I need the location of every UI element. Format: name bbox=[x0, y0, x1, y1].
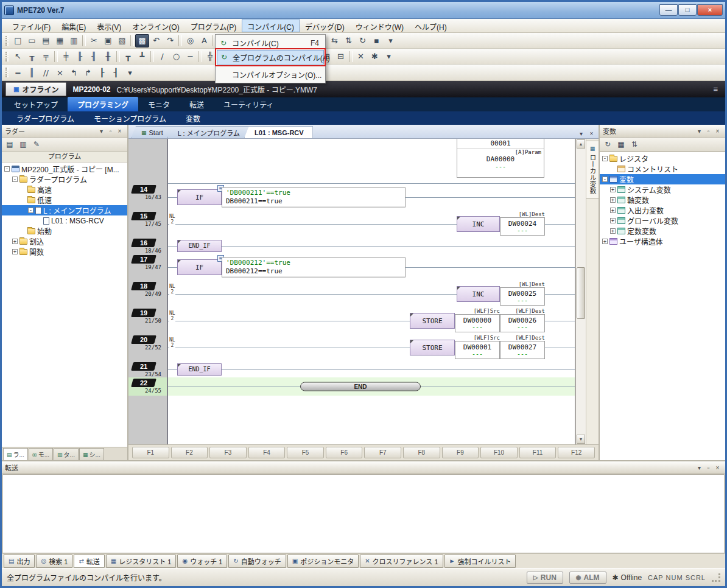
pin-icon[interactable]: ▫ bbox=[704, 128, 713, 135]
expander-icon[interactable]: + bbox=[12, 249, 18, 254]
operand-box[interactable]: DW00025 --- bbox=[500, 287, 545, 306]
menu-item-compile-options[interactable]: コンパイルオプション(O)... bbox=[217, 68, 324, 82]
ladder-rung-21[interactable]: 21 23/54 END_IF bbox=[128, 361, 575, 377]
open-project-button[interactable]: ▤ bbox=[39, 34, 53, 47]
overwrite-mode-button[interactable]: ╤ bbox=[39, 50, 53, 63]
cut-button[interactable]: ✂ bbox=[87, 34, 101, 47]
transfer-read-button[interactable]: ⇆ bbox=[328, 34, 342, 47]
panel-menu-icon[interactable]: ▾ bbox=[97, 128, 106, 135]
tab-start[interactable]: ▦ Start bbox=[131, 126, 172, 138]
operand-box-src[interactable]: DW00001 --- bbox=[455, 341, 500, 359]
overflow-button[interactable]: ▾ bbox=[382, 50, 396, 63]
tree-item[interactable]: コメントリスト bbox=[600, 164, 725, 174]
compile-view-button[interactable]: ▩ bbox=[135, 34, 149, 47]
ladder-rung-partial[interactable]: 00001 [A]Param DA00000 --- bbox=[128, 139, 575, 184]
select-mode-button[interactable]: ↖ bbox=[11, 50, 25, 63]
network-insert-button[interactable]: ═ bbox=[11, 66, 25, 79]
branch-clear-button[interactable]: ┻ bbox=[135, 50, 149, 63]
ladder-rung-15[interactable]: 15 17/45 NL2 INC [WL]Dest DW00024 --- bbox=[128, 211, 575, 237]
function-key[interactable]: F9 bbox=[442, 447, 479, 458]
rung-number[interactable]: 20 bbox=[131, 335, 156, 344]
function-key[interactable]: F7 bbox=[364, 447, 401, 458]
main-tab[interactable]: モニタ bbox=[138, 97, 180, 111]
edit-button[interactable]: ✎ bbox=[30, 139, 43, 150]
list-view-button[interactable]: ▥ bbox=[17, 139, 29, 150]
find-button[interactable]: ◎ bbox=[183, 34, 197, 47]
toolbar-grip[interactable] bbox=[5, 52, 9, 61]
store-block[interactable]: STORE bbox=[410, 340, 455, 355]
tab-list-icon[interactable]: ▾ bbox=[577, 130, 586, 137]
close-icon[interactable]: × bbox=[115, 128, 124, 135]
menu-item[interactable]: 表示(V) bbox=[91, 19, 127, 32]
sub-tab[interactable]: 変数 bbox=[177, 112, 209, 125]
pin-right-button[interactable]: ┨ bbox=[109, 66, 123, 79]
jump-in-button[interactable]: ↰ bbox=[67, 66, 81, 79]
ladder-rung-19[interactable]: 19 21/50 NL2 STORE [WLF]Src DW00000 --- bbox=[128, 307, 575, 334]
dock-tab[interactable]: ▦ レジスタリスト 1 bbox=[106, 555, 177, 568]
scroll-down-icon[interactable]: ▼ bbox=[577, 435, 585, 444]
inc-block[interactable]: INC bbox=[457, 216, 500, 232]
rung-number[interactable]: 22 bbox=[131, 379, 156, 387]
rung-number[interactable]: 18 bbox=[131, 282, 156, 290]
expander-icon[interactable]: + bbox=[12, 239, 18, 244]
tree-item[interactable]: + 入出力変数 bbox=[600, 205, 725, 215]
network-delete-button[interactable]: ║ bbox=[25, 66, 39, 79]
tree-item[interactable]: - 変数 bbox=[600, 174, 725, 184]
inc-block[interactable]: INC bbox=[457, 286, 500, 302]
line-slash-button[interactable]: / bbox=[155, 50, 169, 63]
sort-az-button[interactable]: ⇅ bbox=[628, 139, 641, 150]
menu-item[interactable]: コンパイル(C) bbox=[242, 19, 300, 32]
main-tab[interactable]: プログラミング bbox=[68, 97, 138, 111]
ladder-rung-20[interactable]: 20 22/52 NL2 STORE [WLF]Src DW00001 --- bbox=[128, 334, 575, 361]
end-if-block[interactable]: END_IF bbox=[177, 363, 222, 376]
tree-item[interactable]: + 関数 bbox=[2, 247, 127, 257]
delete-button[interactable]: × bbox=[53, 66, 67, 79]
settings-button[interactable]: ✱ bbox=[368, 50, 382, 63]
end-if-block[interactable]: END_IF bbox=[177, 240, 222, 252]
dock-tab[interactable]: ► 強制コイルリスト bbox=[444, 555, 516, 568]
pin-icon[interactable]: ▫ bbox=[106, 128, 115, 135]
alarm-indicator[interactable]: ◉ ALM bbox=[569, 572, 606, 584]
store-block[interactable]: STORE bbox=[410, 313, 455, 329]
function-key[interactable]: F12 bbox=[558, 447, 595, 458]
tab-msg-rcv[interactable]: L01 : MSG-RCV bbox=[244, 126, 313, 138]
tree-item[interactable]: - レジスタ bbox=[600, 153, 725, 164]
expander-icon[interactable]: + bbox=[610, 187, 616, 192]
ladder-rung-14[interactable]: 14 16/43 IF ≡ 'DB000211'==true DB000211=… bbox=[128, 184, 575, 211]
rung-number[interactable]: 21 bbox=[131, 362, 156, 371]
branch-set-button[interactable]: ┳ bbox=[121, 50, 135, 63]
function-key[interactable]: F6 bbox=[326, 447, 363, 458]
left-panel-tab[interactable]: ▦ シ... bbox=[79, 448, 104, 460]
tree-item[interactable]: - L : メインプログラム bbox=[2, 205, 127, 215]
contact-no-button[interactable]: ╟ bbox=[73, 50, 87, 63]
coil-button[interactable]: ╫ bbox=[101, 50, 115, 63]
function-key[interactable]: F1 bbox=[132, 447, 169, 458]
menu-item-compile-all[interactable]: ↻ 全プログラムのコンパイル(A) bbox=[217, 50, 324, 65]
layout-icon[interactable]: ≡ bbox=[709, 85, 722, 94]
local-variables-tab[interactable]: ▦ ローカル変数 bbox=[586, 141, 599, 199]
rung-number[interactable]: 17 bbox=[131, 255, 156, 264]
menu-item[interactable]: オンライン(O) bbox=[127, 19, 184, 32]
expander-icon[interactable]: + bbox=[610, 208, 616, 213]
table-edit-button[interactable]: ⊟ bbox=[334, 50, 348, 63]
function-key[interactable]: F2 bbox=[171, 447, 208, 458]
save-all-button[interactable]: ▥ bbox=[67, 34, 81, 47]
operand-box-dest[interactable]: DW00027 --- bbox=[500, 341, 545, 359]
jump-out-button[interactable]: ↱ bbox=[81, 66, 95, 79]
refresh-button[interactable]: ↻ bbox=[602, 139, 614, 150]
expander-icon[interactable]: + bbox=[610, 218, 616, 223]
dock-tab[interactable]: ▣ ポジションモニタ bbox=[287, 555, 359, 568]
if-block[interactable]: IF ≡ bbox=[177, 189, 222, 205]
find-text-button[interactable]: A bbox=[197, 34, 211, 47]
operand-box-dest[interactable]: DW00026 --- bbox=[500, 314, 545, 332]
tree-item[interactable]: L01 : MSG-RCV bbox=[2, 215, 127, 226]
left-panel-tab[interactable]: ▤ ラ... bbox=[3, 448, 28, 460]
menu-item[interactable]: ファイル(F) bbox=[7, 19, 56, 32]
scroll-up-icon[interactable]: ▲ bbox=[577, 139, 585, 149]
expander-icon[interactable]: - bbox=[4, 166, 10, 172]
function-key[interactable]: F3 bbox=[209, 447, 247, 458]
menu-item[interactable]: ウィンドウ(W) bbox=[350, 19, 409, 32]
tree-item[interactable]: - MP2200_正式版 - コピー [M... bbox=[2, 164, 127, 174]
expander-icon[interactable]: - bbox=[602, 156, 608, 161]
condition-box[interactable]: 'DB000212'==true DB000212==true bbox=[222, 257, 406, 278]
